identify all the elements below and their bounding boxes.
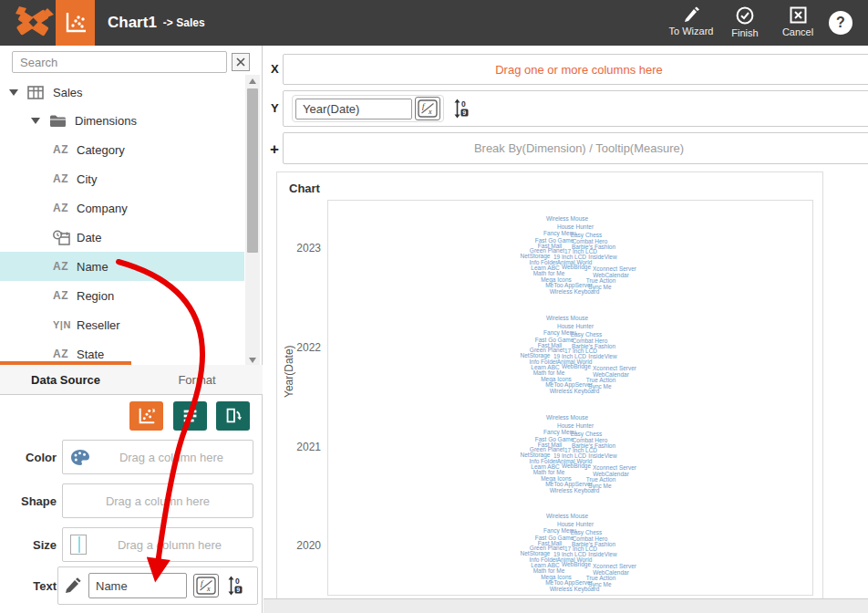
breadcrumb: Chart1 -> Sales — [108, 0, 205, 46]
svg-text:f: f — [422, 101, 426, 110]
y-axis-tick: 2020 — [279, 539, 321, 552]
data-point-label: Math for Me — [533, 567, 565, 574]
text-field-icon: AZ — [53, 289, 77, 302]
data-point-label: InsideView — [588, 353, 616, 359]
sidebar-tabs: Data Source Format — [0, 365, 263, 395]
data-point-label: Xconnect Server — [593, 464, 636, 471]
data-point-label: MeToo AppServer — [545, 481, 593, 487]
data-point-label: WebBridge — [562, 462, 591, 469]
data-point-label: Easy Chess — [571, 232, 603, 238]
tab-format[interactable]: Format — [131, 365, 263, 394]
field-item-reseller[interactable]: Y|NReseller — [0, 310, 244, 339]
search-row — [0, 46, 263, 78]
svg-text:x: x — [428, 108, 432, 116]
scrollbar-thumb[interactable] — [247, 88, 258, 253]
text-field-icon: AZ — [53, 172, 77, 185]
plot-area: Wireless MouseHouse HunterFancy MenuEasy… — [327, 200, 813, 596]
y-drop-zone[interactable]: f x 0 9 — [283, 90, 868, 127]
data-point-label: NetStorage — [521, 352, 551, 358]
chart-title: Chart — [289, 182, 320, 195]
chevron-expanded-icon[interactable] — [9, 89, 18, 96]
field-label: Category — [77, 143, 125, 157]
data-point-label: House Hunter — [557, 521, 594, 527]
pencil-icon — [64, 577, 82, 595]
data-point-label: Wireless Keyboard — [550, 487, 600, 494]
transpose-chart-type-button[interactable] — [216, 401, 250, 431]
search-input[interactable] — [12, 51, 227, 73]
field-item-category[interactable]: AZCategory — [0, 135, 244, 164]
palette-icon — [70, 449, 90, 466]
svg-text:0: 0 — [461, 99, 466, 109]
formula-button[interactable]: f x — [193, 574, 219, 597]
svg-text:f: f — [201, 578, 204, 587]
table-name: Sales — [53, 86, 83, 99]
field-item-region[interactable]: AZRegion — [0, 281, 244, 310]
tab-data-source[interactable]: Data Source — [0, 365, 131, 394]
y-axis-tick: 2022 — [279, 341, 321, 354]
shape-drop-zone[interactable]: Drag a column here — [62, 483, 253, 518]
chart-builder-panel: X Drag one or more columns here Y f x — [264, 46, 868, 613]
tree-scrollbar[interactable] — [245, 75, 260, 367]
text-field-icon: AZ — [53, 143, 77, 156]
chart-card-footer — [264, 598, 868, 613]
data-point-label: InsideView — [588, 452, 616, 459]
shape-placeholder: Drag a column here — [70, 494, 245, 508]
cancel-button[interactable]: Cancel — [766, 6, 830, 37]
size-drop-zone[interactable]: Drag a column here — [62, 527, 253, 562]
tree-node-table[interactable]: Sales — [0, 78, 244, 106]
text-well-row: Text f x — [0, 566, 263, 605]
y-column-pill[interactable]: f x — [292, 95, 444, 122]
y-column-input[interactable] — [295, 99, 412, 119]
data-point-label: Wireless Mouse — [546, 315, 588, 321]
field-item-company[interactable]: AZCompany — [0, 193, 244, 223]
active-chart-tab-icon[interactable] — [56, 0, 95, 46]
chart-designer-window: Chart1 -> Sales To Wizard Finish — [0, 0, 868, 613]
data-point-label: Wireless Keyboard — [550, 586, 600, 592]
data-point-label: NetStorage — [521, 253, 551, 259]
color-drop-zone[interactable]: Drag a column here — [62, 440, 253, 474]
data-point-label: InsideView — [588, 254, 616, 260]
page-rotate-icon — [223, 406, 243, 426]
data-point-label: InsideView — [588, 551, 616, 557]
formula-button[interactable]: f x — [415, 97, 440, 120]
data-point-label: Wireless Mouse — [546, 414, 588, 421]
x-drop-zone[interactable]: Drag one or more columns here — [283, 54, 868, 85]
close-icon — [235, 57, 246, 68]
sort-order-icon[interactable]: 0 9 — [227, 576, 243, 596]
close-search-button[interactable] — [232, 53, 250, 71]
scatter-chart-type-button[interactable] — [129, 401, 163, 431]
y-axis-tick: 2023 — [279, 242, 321, 255]
field-item-date[interactable]: Date — [0, 223, 244, 252]
text-field-icon: AZ — [53, 348, 77, 360]
help-button[interactable]: ? — [829, 11, 852, 35]
color-well-row: Color Drag a column here — [0, 440, 263, 474]
sort-order-icon[interactable]: 0 9 — [453, 99, 469, 119]
data-point-label: Wireless Keyboard — [550, 288, 600, 295]
break-by-hint: Break By(Dimension) / Tooltip(Measure) — [474, 141, 684, 155]
data-point-label: Wireless Mouse — [546, 215, 588, 222]
data-point-label: NetStorage — [521, 452, 551, 458]
y-axis-well-label: Y — [271, 101, 279, 115]
text-drop-zone[interactable]: f x 0 9 — [57, 566, 258, 605]
text-field-input[interactable] — [88, 573, 187, 598]
scroll-up-button[interactable] — [245, 75, 260, 88]
text-field-icon: AZ — [53, 260, 77, 273]
data-point-label: MeToo AppServer — [545, 381, 593, 388]
field-list: AZCategoryAZCityAZCompanyDateAZNameAZReg… — [0, 135, 244, 365]
folder-name: Dimensions — [75, 114, 137, 128]
bars-chart-type-button[interactable] — [173, 401, 207, 431]
tree-node-folder[interactable]: Dimensions — [0, 106, 244, 135]
chart-type-buttons — [0, 400, 263, 432]
color-well-label: Color — [0, 440, 57, 474]
date-field-icon — [53, 230, 77, 245]
field-item-city[interactable]: AZCity — [0, 164, 244, 193]
size-well-row: Size Drag a column here — [0, 527, 263, 562]
data-point-label: Easy Chess — [571, 431, 603, 437]
page-title: Chart1 — [108, 14, 157, 32]
chevron-expanded-icon[interactable] — [31, 118, 40, 124]
field-label: Reseller — [77, 318, 120, 332]
size-icon — [70, 535, 87, 555]
break-by-drop-zone[interactable]: Break By(Dimension) / Tooltip(Measure) — [283, 132, 868, 164]
data-point-label: Math for Me — [533, 469, 565, 475]
field-item-name[interactable]: AZName — [0, 252, 244, 281]
